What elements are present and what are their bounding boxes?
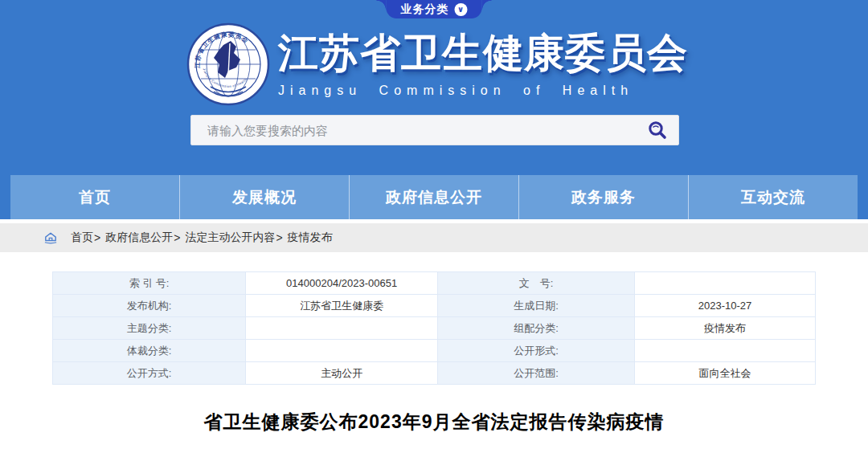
crumb-epidemic-release: 疫情发布 [288,231,333,245]
meta-label: 生成日期: [438,295,635,317]
nav-item-home[interactable]: 首页 [10,175,180,219]
table-row: 发布机构: 江苏省卫生健康委 生成日期: 2023-10-27 [53,295,816,317]
table-row: 索 引 号: 014000204/2023-00651 文 号: [53,272,816,295]
document-meta-table: 索 引 号: 014000204/2023-00651 文 号: 发布机构: 江… [52,271,816,385]
meta-value: 江苏省卫生健康委 [246,295,438,317]
meta-value: 面向全社会 [635,362,816,385]
meta-label: 发布机构: [53,295,246,317]
main-nav: 首页 发展概况 政府信息公开 政务服务 互动交流 [10,175,858,219]
meta-value [635,272,816,295]
meta-label: 公开形式: [438,340,635,362]
search-button[interactable] [637,116,678,145]
crumb-separator: > [276,231,282,244]
search-input[interactable] [191,116,637,145]
site-emblem-logo: 江苏省卫生健康委员会 Jiangsu Commission of Health [186,22,270,106]
meta-label: 组配分类: [438,317,635,340]
table-row: 公开方式: 主动公开 公开范围: 面向全社会 [53,362,816,385]
table-row: 体裁分类: 公开形式: [53,340,816,362]
meta-label: 公开方式: [53,362,246,385]
nav-item-interaction[interactable]: 互动交流 [689,175,858,219]
site-subtitle: Jiangsu Commission of Health [278,84,688,98]
nav-item-services[interactable]: 政务服务 [519,175,689,219]
meta-label: 体裁分类: [53,340,246,362]
meta-value [246,317,438,340]
meta-value: 疫情发布 [635,317,816,340]
meta-label: 文 号: [438,272,635,295]
nav-item-overview[interactable]: 发展概况 [180,175,350,219]
table-row: 主题分类: 组配分类: 疫情发布 [53,317,816,340]
meta-value [635,340,816,362]
meta-value [246,340,438,362]
crumb-statutory-disclosure[interactable]: 法定主动公开内容 [185,231,275,245]
site-banner: 业务分类 ∨ 江苏省卫生健康委员会 [0,0,868,219]
search-bar [190,115,679,145]
search-icon [647,120,668,141]
meta-label: 索 引 号: [53,272,246,295]
crumb-gov-info[interactable]: 政府信息公开 [105,231,173,245]
home-icon [43,231,58,244]
crumb-home[interactable]: 首页 [71,231,93,245]
crumb-separator: > [174,231,180,244]
meta-label: 公开范围: [438,362,635,385]
meta-value: 主动公开 [246,362,438,385]
breadcrumb: 首页 > 政府信息公开 > 法定主动公开内容 > 疫情发布 [0,223,868,252]
site-title: 江苏省卫生健康委员会 [278,31,688,75]
nav-item-gov-info[interactable]: 政府信息公开 [350,175,519,219]
meta-label: 主题分类: [53,317,246,340]
meta-value: 014000204/2023-00651 [246,272,438,295]
crumb-separator: > [94,231,100,244]
article-title: 省卫生健康委公布2023年9月全省法定报告传染病疫情 [0,410,868,435]
meta-value: 2023-10-27 [635,295,816,317]
